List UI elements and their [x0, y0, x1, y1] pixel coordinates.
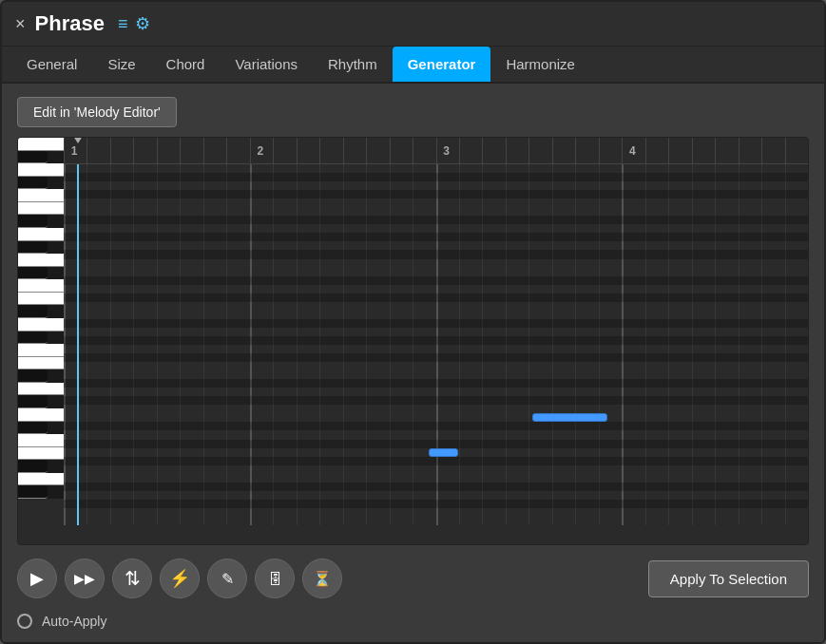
- hgrid-row: [64, 422, 808, 430]
- play-button[interactable]: ▶: [17, 559, 57, 598]
- hgrid-row: [64, 181, 808, 190]
- beat-label-2: 2: [258, 144, 264, 158]
- hgrid-row: [64, 276, 808, 285]
- beat-vgrid-line: [273, 138, 274, 163]
- beat-vgrid-line: [64, 138, 65, 163]
- piano-keys: C4: [18, 138, 64, 499]
- hgrid-row: [64, 345, 808, 353]
- auto-apply-label: Auto-Apply: [42, 614, 106, 629]
- title-icons: ≡ ⚙: [118, 13, 151, 34]
- tab-general[interactable]: General: [11, 47, 92, 82]
- hgrid-row: [64, 164, 808, 173]
- notes-canvas[interactable]: [64, 164, 808, 525]
- hgrid-row: [64, 336, 808, 345]
- auto-apply-radio[interactable]: [17, 614, 32, 629]
- tab-rhythm[interactable]: Rhythm: [313, 47, 393, 82]
- beat-vgrid-line: [785, 138, 786, 163]
- list-icon[interactable]: ≡: [118, 14, 128, 34]
- hgrid-row: [64, 413, 808, 422]
- beat-vgrid-line: [250, 138, 251, 163]
- hgrid-row: [64, 233, 808, 241]
- beat-vgrid-line: [459, 138, 460, 163]
- db-add-button[interactable]: 🗄: [255, 559, 295, 598]
- content-area: Edit in 'Melody Editor' C4 1234: [2, 84, 824, 642]
- edit-melody-button[interactable]: Edit in 'Melody Editor': [17, 97, 177, 127]
- hgrid-row: [64, 500, 808, 508]
- beat-vgrid-line: [506, 138, 507, 163]
- apply-to-selection-button[interactable]: Apply To Selection: [648, 560, 809, 597]
- hgrid-row: [64, 457, 808, 465]
- beat-vgrid-line: [552, 138, 553, 163]
- pencil-button[interactable]: ✎: [207, 559, 247, 598]
- beat-vgrid-line: [715, 138, 716, 163]
- tab-size[interactable]: Size: [92, 47, 150, 82]
- beat-vgrid-line: [110, 138, 111, 163]
- beat-label-3: 3: [443, 144, 450, 158]
- hgrid-row: [64, 241, 808, 250]
- beat-vgrid-line: [180, 138, 181, 163]
- clock-button[interactable]: ⏳: [302, 559, 342, 598]
- hgrid-row: [64, 224, 808, 233]
- grid-area[interactable]: 1234: [64, 138, 808, 544]
- beat-vgrid-line: [413, 138, 413, 163]
- hgrid-row: [64, 379, 808, 388]
- beat-vgrid-line: [203, 138, 204, 163]
- hgrid-row: [64, 328, 808, 336]
- hgrid-row: [64, 294, 808, 302]
- beat-label-1: 1: [71, 144, 78, 158]
- beat-vgrid-line: [343, 138, 344, 163]
- beat-vgrid-line: [157, 138, 158, 163]
- beat-vgrid-line: [482, 138, 483, 163]
- beat-vgrid-line: [668, 138, 669, 163]
- gear-icon[interactable]: ⚙: [135, 13, 150, 34]
- tab-harmonize[interactable]: Harmonize: [490, 47, 590, 82]
- hgrid-row: [64, 370, 808, 379]
- beat-vgrid-line: [622, 138, 623, 163]
- beat-vgrid-line: [226, 138, 227, 163]
- beat-vgrid-line: [297, 138, 298, 163]
- beat-vgrid-line: [692, 138, 693, 163]
- beat-vgrid-line: [436, 138, 437, 163]
- beat-numbers: 1234: [64, 138, 808, 164]
- beat-vgrid-line: [528, 138, 529, 163]
- beat-label-4: 4: [629, 144, 636, 158]
- hgrid-row: [64, 491, 808, 500]
- loop-button[interactable]: ⇅: [112, 559, 152, 598]
- bottom-toolbar: ▶ ▶▶ ⇅ ⚡ ✎ 🗄 ⏳ Apply To Selection: [17, 555, 809, 602]
- note-blue[interactable]: [429, 448, 458, 457]
- tab-generator[interactable]: Generator: [393, 47, 491, 82]
- beat-vgrid-line: [366, 138, 367, 163]
- main-window: × Phrase ≡ ⚙ General Size Chord Variatio…: [0, 0, 826, 644]
- hgrid-row: [64, 302, 808, 311]
- close-button[interactable]: ×: [15, 15, 26, 32]
- hgrid-row: [64, 353, 808, 362]
- playhead-line: [77, 164, 79, 525]
- hgrid-row: [64, 268, 808, 276]
- beat-vgrid-line: [761, 138, 762, 163]
- hgrid-row: [64, 483, 808, 491]
- tab-variations[interactable]: Variations: [220, 47, 313, 82]
- hgrid-row: [64, 207, 808, 216]
- hgrid-row: [64, 285, 808, 294]
- tab-chord[interactable]: Chord: [151, 47, 221, 82]
- beat-vgrid-line: [575, 138, 576, 163]
- window-title: Phrase: [35, 11, 105, 36]
- note-blue[interactable]: [532, 413, 606, 422]
- hgrid-row: [64, 250, 808, 258]
- lightning-button[interactable]: ⚡: [160, 559, 200, 598]
- beat-vgrid-line: [319, 138, 320, 163]
- piano-roll[interactable]: C4 1234: [17, 137, 809, 545]
- beat-vgrid-line: [133, 138, 134, 163]
- beat-vgrid-line: [599, 138, 600, 163]
- hgrid-row: [64, 430, 808, 439]
- hgrid-row: [64, 440, 808, 448]
- beat-vgrid-line: [645, 138, 646, 163]
- auto-apply-row: Auto-Apply: [17, 612, 809, 631]
- hgrid-row: [64, 311, 808, 319]
- hgrid-row: [64, 199, 808, 207]
- hgrid-row: [64, 216, 808, 224]
- hgrid-row: [64, 173, 808, 181]
- hgrid-row: [64, 362, 808, 370]
- play-from-button[interactable]: ▶▶: [65, 559, 105, 598]
- hgrid-row: [64, 508, 808, 517]
